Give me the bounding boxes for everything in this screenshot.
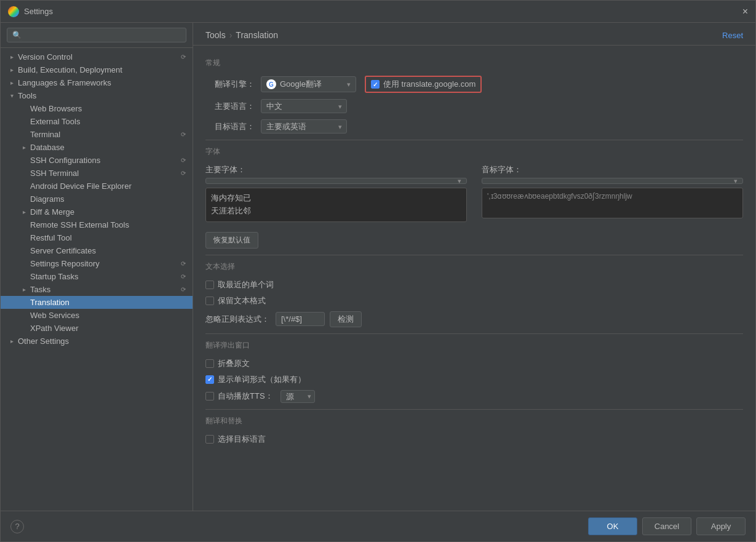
- sidebar-item-external-tools[interactable]: External Tools: [1, 115, 193, 128]
- select-target-language-checkbox[interactable]: [205, 435, 214, 444]
- sidebar-item-languages-frameworks[interactable]: Languages & Frameworks: [1, 76, 193, 89]
- restore-default-container: 恢复默认值: [205, 227, 743, 249]
- primary-language-row: 主要语言： 中文 English 日本語: [205, 99, 743, 113]
- sidebar-item-tasks[interactable]: Tasks ⟳: [1, 283, 193, 296]
- sync-icon: ⟳: [179, 285, 188, 294]
- google-g-logo: G: [266, 79, 276, 89]
- sidebar-item-label: Server Certificates: [30, 246, 96, 255]
- sidebar-item-build-execution-deployment[interactable]: Build, Execution, Deployment: [1, 63, 193, 76]
- close-button[interactable]: ×: [742, 7, 748, 17]
- sidebar-item-label: External Tools: [30, 117, 80, 126]
- primary-preview-line2: 天涯若比邻: [211, 205, 461, 218]
- collapse-arrow: [8, 79, 15, 87]
- sidebar-item-label: SSH Terminal: [30, 169, 79, 178]
- target-language-select[interactable]: 主要或英语 English 中文: [261, 119, 347, 134]
- phonetic-preview-text: ',ɪ3ɑʊʊreæʌbʊeaepbtdkgfvsz0ðʃ3rzmnŋhljw: [487, 192, 632, 201]
- help-button[interactable]: ?: [10, 520, 24, 533]
- ok-button[interactable]: OK: [588, 517, 637, 535]
- sidebar-item-android-device-file-explorer[interactable]: Android Device File Explorer: [1, 180, 193, 193]
- divider-3: [205, 333, 743, 334]
- search-input[interactable]: [7, 28, 186, 42]
- collapse-arrow: [8, 92, 15, 100]
- collapse-arrow: [8, 54, 15, 61]
- sidebar-item-diagrams[interactable]: Diagrams: [1, 193, 193, 205]
- sidebar-item-ssh-terminal[interactable]: SSH Terminal ⟳: [1, 167, 193, 180]
- take-nearest-word-label: 取最近的单个词: [218, 279, 274, 290]
- ignore-regex-input[interactable]: [276, 312, 325, 326]
- dialog-body: Version Control ⟳ Build, Execution, Depl…: [1, 23, 755, 511]
- auto-play-tts-label: 自动播放TTS：: [218, 391, 273, 402]
- sidebar-item-ssh-configurations[interactable]: SSH Configurations ⟳: [1, 154, 193, 167]
- sidebar-item-database[interactable]: Database: [1, 141, 193, 154]
- sidebar-item-label: Languages & Frameworks: [18, 78, 111, 87]
- restore-default-button[interactable]: 恢复默认值: [205, 232, 258, 249]
- translate-engine-row: 翻译引擎： G Google翻译 ▾ 使用 translate.google.c…: [205, 76, 743, 93]
- apply-button[interactable]: Apply: [696, 517, 746, 535]
- sidebar-item-label: Tasks: [30, 285, 50, 294]
- keep-text-format-row[interactable]: 保留文本格式: [205, 295, 743, 306]
- breadcrumb-parent: Tools: [205, 30, 226, 40]
- divider-1: [205, 140, 743, 140]
- sidebar-item-label: Other Settings: [18, 337, 69, 346]
- sidebar-item-diff-merge[interactable]: Diff & Merge: [1, 205, 193, 218]
- sidebar-item-web-services[interactable]: Web Services: [1, 309, 193, 322]
- primary-font-preview: 海内存知已 天涯若比邻: [205, 188, 467, 222]
- sidebar-item-server-certificates[interactable]: Server Certificates: [1, 244, 193, 257]
- sync-icon: ⟳: [179, 169, 188, 178]
- sidebar-item-tools[interactable]: Tools: [1, 89, 193, 102]
- sync-icon: ⟳: [179, 53, 188, 62]
- sidebar-item-remote-ssh-external-tools[interactable]: Remote SSH External Tools: [1, 218, 193, 231]
- target-language-select-wrapper: 主要或英语 English 中文: [261, 119, 347, 134]
- auto-play-tts-row: 自动播放TTS： 源 目标 两者: [205, 390, 743, 403]
- sidebar-item-settings-repository[interactable]: Settings Repository ⟳: [1, 257, 193, 270]
- cancel-button[interactable]: Cancel: [642, 517, 691, 535]
- sidebar-item-version-control[interactable]: Version Control ⟳: [1, 50, 193, 63]
- sync-icon: ⟳: [179, 273, 188, 281]
- primary-language-select[interactable]: 中文 English 日本語: [261, 99, 347, 113]
- sidebar-item-label: Restful Tool: [30, 233, 72, 242]
- divider-2: [205, 255, 743, 255]
- sidebar-item-restful-tool[interactable]: Restful Tool: [1, 231, 193, 244]
- fold-original-checkbox[interactable]: [205, 359, 214, 368]
- primary-font-label: 主要字体：: [205, 164, 467, 175]
- sidebar-item-label: Database: [30, 143, 65, 152]
- section-translation-replacement-label: 翻译和替换: [205, 416, 743, 426]
- phonetic-font-preview: ',ɪ3ɑʊʊreæʌbʊeaepbtdkgfvsz0ðʃ3rzmnŋhljw: [482, 188, 743, 218]
- footer-right: OK Cancel Apply: [588, 517, 746, 535]
- select-target-language-row[interactable]: 选择目标语言: [205, 434, 743, 445]
- take-nearest-word-row[interactable]: 取最近的单个词: [205, 279, 743, 290]
- breadcrumb-separator: ›: [229, 30, 233, 40]
- sync-icon: ⟳: [179, 260, 188, 268]
- section-text-selection-label: 文本选择: [205, 261, 743, 272]
- keep-text-format-checkbox[interactable]: [205, 297, 214, 305]
- sidebar-item-translation[interactable]: Translation: [1, 296, 193, 309]
- tts-source-select[interactable]: 源 目标 两者: [281, 390, 315, 403]
- sidebar-item-label: SSH Configurations: [30, 156, 100, 165]
- phonetic-font-select[interactable]: [482, 178, 743, 184]
- primary-font-col: 主要字体： 海内存知已 天涯若比邻: [205, 164, 467, 222]
- collapse-arrow: [20, 286, 28, 293]
- sidebar-item-label: Web Browsers: [30, 104, 82, 113]
- sidebar-item-web-browsers[interactable]: Web Browsers: [1, 102, 193, 115]
- sidebar-item-xpath-viewer[interactable]: XPath Viewer: [1, 322, 193, 335]
- sidebar-item-other-settings[interactable]: Other Settings: [1, 335, 193, 348]
- translate-engine-select-box[interactable]: G Google翻译 ▾: [261, 76, 356, 92]
- use-translate-checkbox-container[interactable]: 使用 translate.google.com: [365, 76, 482, 93]
- detect-button[interactable]: 检测: [330, 311, 362, 327]
- ignore-regex-row: 忽略正则表达式： [\*/#$] 检测: [205, 311, 743, 327]
- fold-original-row[interactable]: 折叠原文: [205, 358, 743, 369]
- dialog-footer: ? OK Cancel Apply: [1, 511, 755, 541]
- primary-font-select[interactable]: [205, 178, 467, 184]
- content-scroll: 常规 翻译引擎： G Google翻译 ▾ 使用 translate.googl…: [193, 46, 755, 511]
- reset-link[interactable]: Reset: [722, 31, 743, 40]
- show-word-form-row[interactable]: 显示单词形式（如果有）: [205, 374, 743, 385]
- take-nearest-word-checkbox[interactable]: [205, 281, 214, 289]
- translate-engine-label: 翻译引擎：: [205, 79, 255, 90]
- sidebar-item-startup-tasks[interactable]: Startup Tasks ⟳: [1, 270, 193, 283]
- sidebar-item-label: Translation: [30, 298, 70, 307]
- sidebar-item-terminal[interactable]: Terminal ⟳: [1, 128, 193, 141]
- auto-play-tts-checkbox[interactable]: [205, 392, 214, 401]
- main-content: Tools › Translation Reset 常规 翻译引擎： G Goo…: [193, 23, 755, 511]
- use-translate-checkbox[interactable]: [371, 80, 380, 89]
- show-word-form-checkbox[interactable]: [205, 375, 214, 384]
